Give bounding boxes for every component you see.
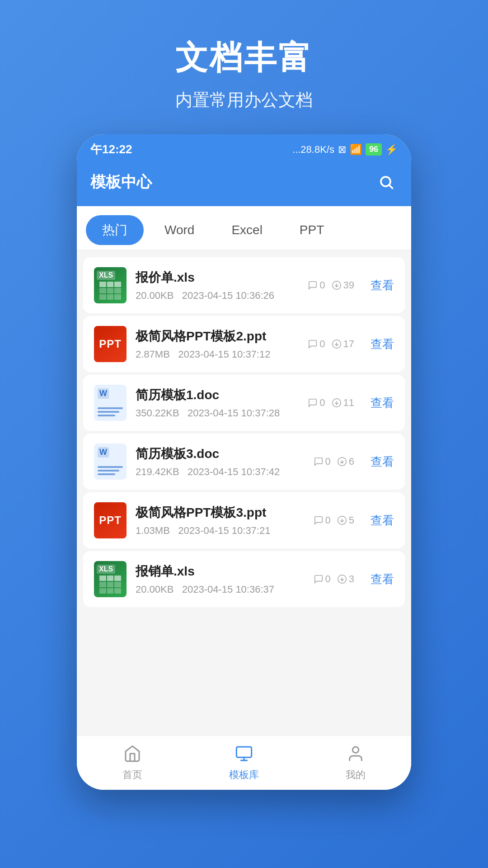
search-button[interactable]: [375, 171, 398, 193]
svg-line-1: [389, 185, 393, 189]
tab-ppt[interactable]: PPT: [283, 217, 340, 244]
wifi-icon: 📶: [350, 144, 362, 156]
comment-stat-6: 0: [314, 573, 331, 585]
view-button-1[interactable]: 查看: [371, 278, 394, 293]
status-bar: 午12:22 ...28.8K/s ⊠ 📶 96 ⚡: [77, 134, 411, 162]
file-item-2: PPT 极简风格PPT模板2.ppt 2.87MB 2023-04-15 10:…: [83, 316, 405, 372]
home-icon: [123, 745, 141, 765]
tab-hot[interactable]: 热门: [86, 215, 144, 245]
file-info-5: 极简风格PPT模板3.ppt 1.03MB 2023-04-15 10:37:2…: [136, 504, 305, 537]
comment-stat-1: 0: [308, 279, 325, 291]
page-title: 文档丰富: [175, 36, 313, 80]
file-name-3: 简历模板1.doc: [136, 387, 299, 404]
file-stats-1: 0 39: [308, 279, 354, 291]
nav-mine-label: 我的: [346, 768, 366, 782]
file-icon-doc-4: W: [94, 443, 127, 480]
file-info-6: 报销单.xls 20.00KB 2023-04-15 10:36:37: [136, 563, 305, 595]
svg-rect-14: [236, 747, 251, 757]
download-stat-3: 11: [332, 397, 354, 409]
file-icon-xls-6: XLS: [94, 561, 127, 597]
comment-stat-2: 0: [308, 338, 325, 350]
file-meta-5: 1.03MB 2023-04-15 10:37:21: [136, 525, 305, 537]
file-stats-3: 0 11: [308, 397, 354, 409]
file-name-6: 报销单.xls: [136, 563, 305, 580]
file-meta-1: 20.00KB 2023-04-15 10:36:26: [136, 290, 299, 302]
view-button-5[interactable]: 查看: [371, 513, 394, 528]
file-meta-2: 2.87MB 2023-04-15 10:37:12: [136, 349, 299, 360]
file-meta-4: 219.42KB 2023-04-15 10:37:42: [136, 466, 305, 478]
svg-point-17: [352, 747, 358, 753]
download-stat-6: 3: [337, 573, 354, 585]
download-stat-2: 17: [332, 338, 354, 350]
bottom-nav: 首页 模板库 我的: [77, 736, 411, 790]
view-button-6[interactable]: 查看: [371, 571, 394, 587]
comment-stat-5: 0: [314, 514, 331, 526]
tab-excel[interactable]: Excel: [215, 217, 278, 244]
battery-indicator: 96: [366, 143, 382, 156]
tab-word[interactable]: Word: [148, 217, 211, 244]
nav-templates-label: 模板库: [229, 768, 259, 782]
status-time: 午12:22: [90, 142, 132, 157]
file-stats-2: 0 17: [308, 338, 354, 350]
page-subtitle: 内置常用办公文档: [175, 89, 313, 112]
file-info-1: 报价单.xls 20.00KB 2023-04-15 10:36:26: [136, 269, 299, 302]
file-name-1: 报价单.xls: [136, 269, 299, 286]
download-stat-1: 39: [332, 279, 354, 291]
file-item-4: W 简历模板3.doc 219.42KB 2023-04-15 10:37:42…: [83, 434, 405, 490]
user-icon: [347, 745, 365, 765]
tabs-container: 热门 Word Excel PPT: [77, 206, 411, 250]
nav-home-label: 首页: [122, 768, 142, 782]
page-header: 文档丰富 内置常用办公文档: [175, 0, 313, 134]
view-button-3[interactable]: 查看: [371, 395, 394, 411]
comment-stat-3: 0: [308, 397, 325, 409]
file-icon-doc-3: W: [94, 385, 127, 421]
comment-stat-4: 0: [314, 456, 331, 467]
file-stats-6: 0 3: [314, 573, 355, 585]
file-stats-4: 0 6: [314, 456, 355, 467]
view-button-2[interactable]: 查看: [371, 336, 394, 352]
app-header-title: 模板中心: [90, 172, 152, 193]
file-info-4: 简历模板3.doc 219.42KB 2023-04-15 10:37:42: [136, 445, 305, 478]
templates-icon: [235, 745, 253, 765]
file-stats-5: 0 5: [314, 514, 355, 526]
file-icon-ppt-5: PPT: [94, 502, 127, 538]
file-info-3: 简历模板1.doc 350.22KB 2023-04-15 10:37:28: [136, 387, 299, 419]
charging-icon: ⚡: [385, 144, 398, 156]
nav-home[interactable]: 首页: [77, 736, 188, 790]
file-name-4: 简历模板3.doc: [136, 445, 305, 462]
file-icon-xls-1: XLS: [94, 267, 127, 303]
file-item-1: XLS 报价单.xls 20.00KB: [83, 257, 405, 313]
file-name-2: 极简风格PPT模板2.ppt: [136, 328, 299, 345]
download-stat-5: 5: [337, 514, 354, 526]
download-stat-4: 6: [337, 456, 354, 467]
network-speed: ...28.8K/s: [292, 144, 334, 156]
file-item-3: W 简历模板1.doc 350.22KB 2023-04-15 10:37:28…: [83, 375, 405, 431]
file-name-5: 极简风格PPT模板3.ppt: [136, 504, 305, 521]
file-item-6: XLS 报销单.xls 20.00KB: [83, 551, 405, 607]
status-right: ...28.8K/s ⊠ 📶 96 ⚡: [292, 143, 398, 156]
view-button-4[interactable]: 查看: [371, 454, 394, 470]
file-list: XLS 报价单.xls 20.00KB: [77, 250, 411, 736]
file-icon-ppt-2: PPT: [94, 326, 127, 362]
file-meta-6: 20.00KB 2023-04-15 10:36:37: [136, 584, 305, 595]
phone-frame: 午12:22 ...28.8K/s ⊠ 📶 96 ⚡ 模板中心 热门 Word …: [77, 134, 411, 790]
nav-templates[interactable]: 模板库: [188, 736, 300, 790]
file-info-2: 极简风格PPT模板2.ppt 2.87MB 2023-04-15 10:37:1…: [136, 328, 299, 360]
app-header: 模板中心: [77, 162, 411, 206]
file-meta-3: 350.22KB 2023-04-15 10:37:28: [136, 407, 299, 419]
signal-icon: ⊠: [338, 144, 346, 156]
nav-mine[interactable]: 我的: [300, 736, 411, 790]
file-item-5: PPT 极简风格PPT模板3.ppt 1.03MB 2023-04-15 10:…: [83, 492, 405, 548]
